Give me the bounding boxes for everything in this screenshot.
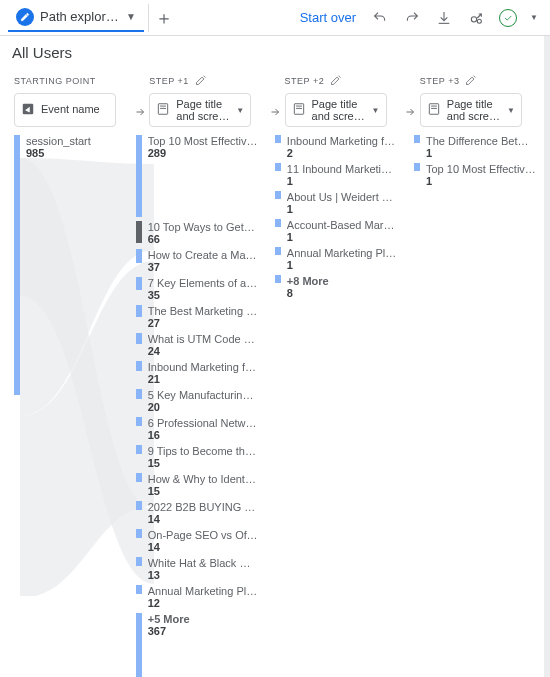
path-node[interactable]: 11 Inbound Marketing …1	[275, 163, 397, 187]
node-bar	[136, 585, 142, 594]
node-name: On-Page SEO vs Off-P…	[148, 529, 258, 541]
path-node[interactable]: The Best Marketing Bu…27	[136, 305, 258, 329]
node-bar	[275, 135, 281, 143]
add-tab-button[interactable]: ＋	[148, 4, 180, 32]
node-value: 985	[26, 147, 119, 159]
node-name: Annual Marketing Plan …	[287, 247, 397, 259]
more-link[interactable]: +8 More	[287, 275, 397, 287]
column-step-1: Top 10 Most Effective …28910 Top Ways to…	[136, 135, 258, 677]
path-node[interactable]: About Us | Weidert Gro…1	[275, 191, 397, 215]
path-node[interactable]: How & Why to Identify …15	[136, 473, 258, 497]
node-value: 367	[148, 625, 258, 637]
node-bar	[136, 613, 142, 677]
path-node[interactable]: 6 Professional Networ…16	[136, 417, 258, 441]
node-name: Inbound Marketing for …	[287, 135, 397, 147]
path-node[interactable]: session_start 985	[26, 135, 119, 159]
path-node[interactable]: What is UTM Code an…24	[136, 333, 258, 357]
node-name: 9 Tips to Become the …	[148, 445, 258, 457]
page-icon	[292, 102, 306, 119]
path-node[interactable]: The Difference Betwee…1	[414, 135, 536, 159]
path-node[interactable]: 2022 B2B BUYING BE…14	[136, 501, 258, 525]
node-bar	[14, 135, 20, 395]
status-dropdown[interactable]: ▼	[526, 4, 542, 32]
node-name: How to Create a Mark…	[148, 249, 258, 261]
step-1-chip[interactable]: Page title and scree… ▼	[149, 93, 251, 127]
node-name: White Hat & Black Hat …	[148, 557, 258, 569]
node-name: The Difference Betwee…	[426, 135, 536, 147]
chevron-down-icon: ▼	[236, 106, 244, 115]
node-value: 289	[148, 147, 258, 159]
node-bar	[136, 529, 142, 538]
step-3-chip[interactable]: Page title and scree… ▼	[420, 93, 522, 127]
starting-point-chip[interactable]: Event name	[14, 93, 116, 127]
steps-header: STARTING POINT Event name STEP +1 Page t…	[0, 67, 550, 131]
node-bar	[275, 275, 281, 283]
path-node[interactable]: Annual Marketing Plan …1	[275, 247, 397, 271]
edit-step-2[interactable]	[330, 74, 342, 89]
path-node[interactable]: 7 Key Elements of a Q…35	[136, 277, 258, 301]
node-value: 8	[287, 287, 397, 299]
path-node[interactable]: 5 Key Manufacturing C…20	[136, 389, 258, 413]
node-value: 1	[287, 203, 397, 215]
path-node[interactable]: How to Create a Mark…37	[136, 249, 258, 273]
status-indicator[interactable]	[494, 4, 522, 32]
page-icon	[156, 102, 170, 119]
node-bar	[136, 557, 142, 566]
path-node[interactable]: Top 10 Most Effective …289	[136, 135, 258, 217]
node-name: 7 Key Elements of a Q…	[148, 277, 258, 289]
path-node-more[interactable]: +5 More367	[136, 613, 258, 677]
top-toolbar: Path explorati… ▼ ＋ Start over ▼	[0, 0, 550, 36]
step-2-chip[interactable]: Page title and scree… ▼	[285, 93, 387, 127]
node-value: 1	[426, 175, 536, 187]
more-link[interactable]: +5 More	[148, 613, 258, 625]
path-node[interactable]: Account-Based Market…1	[275, 219, 397, 243]
redo-button[interactable]	[398, 4, 426, 32]
download-button[interactable]	[430, 4, 458, 32]
path-node[interactable]: Annual Marketing Plan …12	[136, 585, 258, 609]
page-icon	[427, 102, 441, 119]
path-node[interactable]: On-Page SEO vs Off-P…14	[136, 529, 258, 553]
start-over-button[interactable]: Start over	[294, 10, 362, 25]
node-bar	[136, 221, 142, 243]
node-bar	[136, 389, 142, 399]
node-bar	[136, 305, 142, 317]
node-bar	[414, 163, 420, 171]
tab-label: Path explorati…	[40, 9, 120, 24]
node-value: 2	[287, 147, 397, 159]
node-name: 10 Top Ways to Get M…	[148, 221, 258, 233]
node-value: 1	[287, 231, 397, 243]
node-value: 14	[148, 513, 258, 525]
path-node[interactable]: 10 Top Ways to Get M…66	[136, 221, 258, 245]
edit-step-1[interactable]	[195, 74, 207, 89]
node-value: 24	[148, 345, 258, 357]
path-node[interactable]: White Hat & Black Hat …13	[136, 557, 258, 581]
chevron-down-icon: ▼	[507, 106, 515, 115]
node-name: Annual Marketing Plan …	[148, 585, 258, 597]
scrollbar[interactable]	[544, 36, 550, 677]
chip-sublabel: and scree…	[447, 110, 501, 122]
edit-step-3[interactable]	[465, 74, 477, 89]
chevron-down-icon: ▼	[530, 13, 538, 22]
svg-point-1	[477, 19, 481, 23]
node-name: Top 10 Most Effective …	[426, 163, 536, 175]
arrow-icon	[265, 73, 284, 127]
node-name: 2022 B2B BUYING BE…	[148, 501, 258, 513]
undo-button[interactable]	[366, 4, 394, 32]
node-bar	[136, 249, 142, 263]
tab-path-exploration[interactable]: Path explorati… ▼	[8, 4, 144, 32]
node-value: 37	[148, 261, 258, 273]
path-node-more[interactable]: +8 More8	[275, 275, 397, 299]
node-bar	[136, 501, 142, 510]
path-node[interactable]: Top 10 Most Effective …1	[414, 163, 536, 187]
node-value: 13	[148, 569, 258, 581]
node-name: Account-Based Market…	[287, 219, 397, 231]
path-node[interactable]: 9 Tips to Become the …15	[136, 445, 258, 469]
node-bar	[136, 473, 142, 482]
svg-rect-9	[429, 103, 438, 114]
arrow-icon	[130, 73, 149, 127]
path-node[interactable]: Inbound Marketing for …2	[275, 135, 397, 159]
path-node[interactable]: Inbound Marketing for …21	[136, 361, 258, 385]
node-value: 27	[148, 317, 258, 329]
share-button[interactable]	[462, 4, 490, 32]
node-bar	[136, 333, 142, 344]
